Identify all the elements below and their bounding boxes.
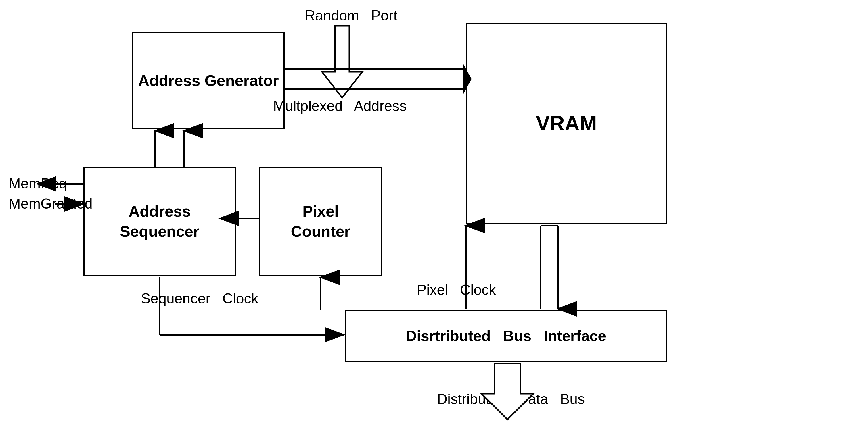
pixel-counter-label: PixelCounter	[291, 201, 350, 241]
pixel-clock-label: Pixel Clock	[417, 281, 496, 298]
random-port-label: Random Port	[305, 7, 397, 24]
address-sequencer-label: AddressSequencer	[120, 201, 199, 241]
address-generator-label: Address Generator	[138, 70, 279, 91]
multiplexed-address-label: Multplexed Address	[273, 98, 407, 114]
vram-block: VRAM	[466, 23, 667, 224]
sequencer-clock-label: Sequencer Clock	[141, 290, 258, 307]
memgranted-label: MemGranted	[9, 195, 93, 212]
vram-label: VRAM	[536, 110, 597, 137]
address-sequencer-block: AddressSequencer	[83, 167, 236, 276]
diagram: Address Generator AddressSequencer Pixel…	[0, 0, 868, 431]
memreq-label: MemReq	[9, 175, 67, 192]
pixel-counter-block: PixelCounter	[259, 167, 382, 276]
distributed-bus-label: Disrtributed Bus Interface	[406, 326, 606, 346]
distributed-data-bus-label: Distributed Data Bus	[437, 391, 585, 407]
random-port-arrow	[322, 26, 362, 98]
address-generator-block: Address Generator	[132, 32, 285, 129]
distributed-bus-block: Disrtributed Bus Interface	[345, 310, 667, 362]
